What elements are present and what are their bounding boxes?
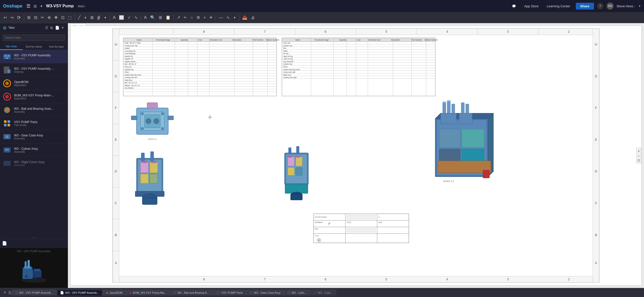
bearing-tab-icon (3, 105, 12, 115)
svg-text:Locking cover right: Locking cover right (283, 77, 297, 79)
list-item[interactable]: W3 - Ball and Bearing Asse... Assembly (0, 103, 68, 117)
svg-text:C: C (595, 201, 597, 205)
bottom-tab-gear[interactable]: ⬡ W3 - Gear Case Assy (247, 290, 284, 295)
svg-text:Quantity: Quantity (339, 39, 346, 41)
bottom-tab-drawing[interactable]: 📄 W3 - VSY PUMP Assemb... (57, 290, 102, 295)
svg-text:3: 3 (507, 30, 509, 33)
list-view-icon[interactable]: ⊞ (33, 4, 37, 9)
list-item[interactable]: W3 - VSY PUMP Assembly ... Drawing (0, 63, 68, 77)
redo-button[interactable]: ↪ (9, 14, 15, 21)
search-button[interactable]: 🔍 (149, 14, 157, 21)
help-button[interactable]: ? (597, 3, 603, 9)
plus-button[interactable]: + (202, 14, 207, 21)
insert-new-tab-button[interactable]: 📄 (2, 241, 7, 246)
bottom-tab-assembly[interactable]: ⬡ W3 - VSY PUMP Assemb... (12, 290, 56, 295)
sidebar-new-btn[interactable]: 📄 (55, 25, 60, 30)
user-avatar[interactable]: SH (607, 3, 614, 10)
zoom-out-button[interactable]: − (637, 154, 640, 158)
frame-button[interactable]: ⬜ (117, 14, 126, 21)
list-item[interactable]: VSY PUMP Parts Part Studio (0, 117, 68, 130)
status-btn[interactable]: ☰ (8, 291, 12, 295)
svg-text:Crank Bearings: Crank Bearings (125, 53, 135, 55)
section2-button[interactable]: ⊕ (46, 14, 52, 21)
refresh-button[interactable]: ⟳ (16, 14, 22, 21)
bottom-tab-cylinder[interactable]: ⬡ W3 - Cylln... (284, 290, 310, 295)
spline-drop[interactable]: ▼ (232, 15, 237, 20)
surface-button[interactable]: ∿ (133, 14, 139, 21)
ordinate-button[interactable]: ∯ (96, 14, 102, 21)
list-item[interactable]: W3 - Cyliner Assy Assembly (0, 143, 68, 157)
svg-text:Cylinder cap: Cylinder cap (283, 45, 292, 47)
gear-tab-icon (3, 132, 12, 141)
list-item[interactable]: W3 - Right Cover Assy Assembly (0, 157, 68, 170)
app-store-button[interactable]: App Store (521, 3, 541, 9)
svg-text:D: D (378, 216, 380, 218)
list-item[interactable]: W3 - Gear Case Assy Assembly (0, 130, 68, 143)
sort-by-type[interactable]: Sort by type (45, 43, 68, 50)
print-button[interactable]: 🖨 (249, 14, 256, 21)
align-button[interactable]: ⊡ (60, 14, 66, 21)
sort-by-name[interactable]: Sort by name (23, 43, 45, 50)
sidebar-grid-btn[interactable]: ⊞ (50, 25, 54, 30)
gear-btn[interactable]: ⚙ (195, 14, 202, 21)
svg-text:B: B (115, 233, 117, 237)
line-button[interactable]: ╱ (76, 14, 82, 21)
chevron-down-icon[interactable]: ▼ (638, 5, 641, 8)
svg-text:Cylinder Key: Cylinder Key (125, 69, 134, 71)
bottom-tab-parts[interactable]: ⬛ VSY PUMP Parts (213, 290, 246, 295)
drop-dim-button[interactable]: ▼ (102, 15, 108, 20)
chat-icon[interactable]: 💬 (509, 3, 518, 9)
bottom-tab-bom[interactable]: ● BOM_W3-VSY Pump-Ma... (126, 290, 170, 295)
star-icon[interactable]: ✦ (40, 4, 43, 9)
svg-text:TITLE:: TITLE: (347, 221, 351, 223)
sidebar-close-btn[interactable]: ✕ (61, 25, 65, 30)
select2-button[interactable]: ↗ (175, 14, 182, 21)
bottom-tab-more[interactable]: ⬡ W3 - Cylin... (310, 290, 336, 295)
insert-button[interactable]: ⊞ (26, 14, 32, 21)
svg-text:SCALE 1:2: SCALE 1:2 (443, 180, 454, 182)
section-button[interactable]: ⊟ (32, 14, 39, 21)
learning-center-button[interactable]: Learning Center (544, 3, 573, 9)
onshape-logo[interactable]: Onshape (3, 4, 22, 9)
straight-line[interactable]: — (217, 14, 224, 21)
text-button[interactable]: A (111, 14, 117, 21)
svg-text:3: 3 (507, 278, 509, 281)
bottom-tab-bearing[interactable]: ⬡ W3 - Ball and Bearing A... (170, 290, 212, 295)
chain-button[interactable]: ⊞ (89, 14, 95, 21)
sidebar-list-btn[interactable]: ☰ (45, 25, 49, 30)
svg-rect-226 (291, 194, 302, 200)
crosshair-button[interactable]: ✛ (208, 14, 214, 21)
svg-text:1 of 1: 1 of 1 (315, 235, 319, 237)
sort-tab-order[interactable]: Tab order (0, 43, 23, 50)
add-tab-button[interactable]: + (2, 290, 8, 295)
fit-view-button[interactable]: ⊡ (637, 159, 640, 162)
svg-text:SIZE: SIZE (378, 221, 382, 223)
drop-line-button[interactable]: ▼ (83, 15, 88, 20)
drawing-canvas[interactable]: 8 7 6 5 4 3 2 1 8 7 6 5 4 3 2 1 (70, 26, 641, 285)
undo-button[interactable]: ↩ (2, 14, 8, 21)
share-button[interactable]: Share (576, 3, 594, 10)
list-item[interactable]: W3 - VSY PUMP Assembly Assembly (0, 50, 68, 63)
bottom-tab-openbom[interactable]: ● OpenBOM (103, 290, 126, 295)
hamburger-menu[interactable]: ☰ (26, 3, 30, 9)
preview-label: W3 - VSY PUMP Assembly (17, 250, 51, 253)
crop-button[interactable]: ⬚ (66, 14, 73, 21)
break-button[interactable]: ✂ (39, 14, 46, 21)
move-button[interactable]: ✥ (53, 14, 59, 21)
circle-button[interactable]: ○ (189, 14, 194, 21)
list-item[interactable]: OpenBOM Application (0, 77, 68, 90)
note2-button[interactable]: 📋 (164, 14, 172, 21)
svg-rect-28 (28, 260, 30, 268)
note-button[interactable]: A (142, 14, 148, 21)
openbom-icon-bottom: ● (106, 291, 108, 294)
svg-text:Name: Name (295, 39, 300, 41)
trim-button[interactable]: ✁ (182, 14, 188, 21)
list-item[interactable]: BOM_W3-VSY Pump-Main-... Application (0, 90, 68, 103)
svg-text:Lining cover right: Lining cover right (283, 71, 295, 73)
table-button[interactable]: ⊞ (157, 14, 164, 21)
spline-button[interactable]: ∿ (225, 14, 231, 21)
gd-button[interactable]: ✓ (126, 14, 132, 21)
export-button[interactable]: 📤 (241, 14, 249, 21)
zoom-in-button[interactable]: + (637, 149, 640, 153)
search-input[interactable] (3, 34, 65, 41)
